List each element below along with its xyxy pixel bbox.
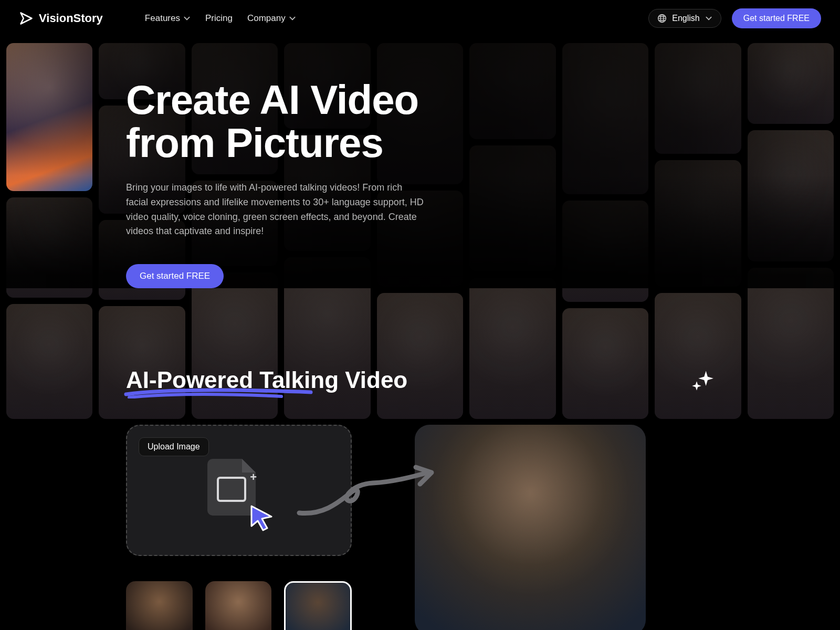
preview-column bbox=[415, 425, 714, 630]
language-label: English bbox=[672, 14, 699, 23]
nav-pricing[interactable]: Pricing bbox=[205, 13, 233, 24]
brand-logo-icon bbox=[19, 11, 34, 26]
chevron-down-icon bbox=[705, 15, 712, 22]
mosaic-tile bbox=[562, 43, 648, 194]
chevron-down-icon bbox=[289, 15, 296, 22]
brand-name: VisionStory bbox=[39, 12, 103, 25]
mosaic-tile bbox=[469, 43, 555, 139]
mosaic-tile bbox=[469, 145, 555, 271]
nav-features[interactable]: Features bbox=[145, 13, 191, 24]
talking-video-section: AI-Powered Talking Video Upload Image + bbox=[0, 288, 840, 630]
nav-company[interactable]: Company bbox=[247, 13, 296, 24]
section-title: AI-Powered Talking Video bbox=[126, 367, 407, 393]
nav-features-label: Features bbox=[145, 13, 180, 24]
hero-subtitle: Bring your images to life with AI-powere… bbox=[126, 181, 425, 239]
mosaic-tile bbox=[655, 43, 741, 154]
chevron-down-icon bbox=[183, 15, 191, 22]
hero-title: Create AI Video from Pictures bbox=[126, 79, 430, 165]
plus-icon: + bbox=[250, 470, 257, 484]
mosaic-tile bbox=[655, 160, 741, 286]
get-started-button[interactable]: Get started FREE bbox=[732, 8, 821, 28]
brand[interactable]: VisionStory bbox=[19, 11, 103, 26]
thumbnail-row bbox=[126, 581, 352, 630]
nav-links: Features Pricing Company bbox=[145, 13, 296, 24]
arrow-icon bbox=[294, 463, 441, 526]
hero: Create AI Video from Pictures Bring your… bbox=[0, 37, 840, 288]
hero-title-line2: from Pictures bbox=[126, 120, 383, 166]
sparkle-icon bbox=[691, 369, 714, 392]
upload-icon: + bbox=[207, 459, 270, 522]
preview-image bbox=[415, 425, 646, 630]
underline-icon bbox=[124, 387, 313, 398]
globe-icon bbox=[657, 14, 667, 23]
hero-cta-button[interactable]: Get started FREE bbox=[126, 264, 224, 288]
nav-pricing-label: Pricing bbox=[205, 13, 233, 24]
hero-content: Create AI Video from Pictures Bring your… bbox=[0, 37, 430, 288]
navbar: VisionStory Features Pricing Company Eng… bbox=[0, 0, 840, 37]
hero-title-line1: Create AI Video bbox=[126, 77, 418, 123]
mosaic-tile bbox=[748, 130, 834, 261]
nav-company-label: Company bbox=[247, 13, 286, 24]
thumbnail-3[interactable] bbox=[284, 581, 352, 630]
cursor-icon bbox=[247, 503, 276, 531]
section-body: Upload Image + bbox=[126, 425, 714, 630]
thumbnail-2[interactable] bbox=[205, 581, 272, 630]
upload-label: Upload Image bbox=[139, 437, 209, 456]
mosaic-tile bbox=[562, 201, 648, 301]
upload-column: Upload Image + bbox=[126, 425, 352, 630]
language-selector[interactable]: English bbox=[648, 9, 721, 28]
section-header: AI-Powered Talking Video bbox=[126, 367, 714, 393]
thumbnail-1[interactable] bbox=[126, 581, 193, 630]
mosaic-tile bbox=[748, 43, 834, 124]
